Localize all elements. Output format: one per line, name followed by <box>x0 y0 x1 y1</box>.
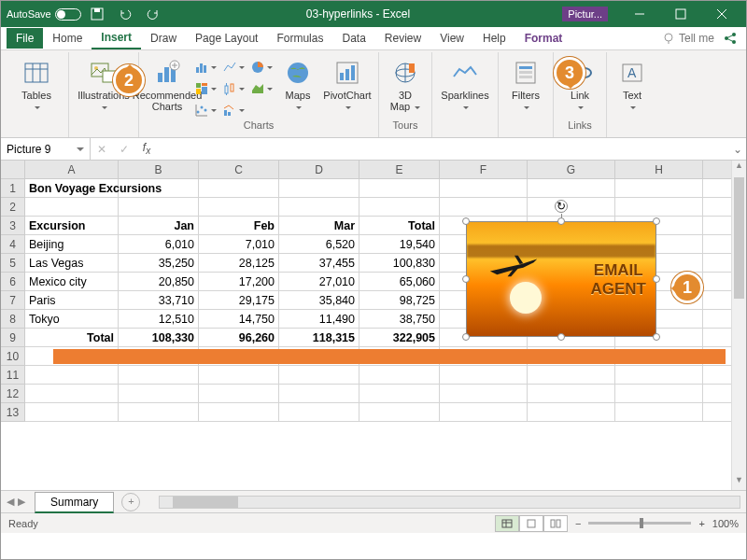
cell[interactable]: Mexico city <box>25 273 119 290</box>
cell[interactable] <box>359 366 440 384</box>
row-header[interactable]: 10 <box>1 347 24 366</box>
cell[interactable]: Las Vegas <box>25 254 119 272</box>
cell[interactable]: Total <box>359 217 440 234</box>
share-button[interactable] <box>720 32 740 45</box>
cell[interactable] <box>528 198 615 216</box>
zoom-in-button[interactable]: + <box>698 518 704 529</box>
resize-handle[interactable] <box>557 333 565 341</box>
col-header[interactable]: C <box>199 161 279 178</box>
row-header[interactable]: 11 <box>1 366 24 385</box>
pivotchart-button[interactable]: PivotChart <box>322 54 373 112</box>
row-header[interactable]: 5 <box>1 254 24 273</box>
undo-icon[interactable] <box>113 4 137 24</box>
cell[interactable] <box>615 179 703 197</box>
cell[interactable] <box>440 198 528 216</box>
row-header[interactable]: 2 <box>1 198 24 217</box>
tab-page-layout[interactable]: Page Layout <box>186 28 267 49</box>
cell[interactable] <box>615 385 703 402</box>
tables-button[interactable]: Tables <box>10 54 63 112</box>
tell-me-search[interactable]: Tell me <box>662 32 714 45</box>
rotate-handle[interactable]: ↻ <box>555 200 568 213</box>
tab-view[interactable]: View <box>430 28 473 49</box>
cell[interactable] <box>25 366 119 384</box>
cell[interactable] <box>199 366 279 384</box>
text-button[interactable]: AText <box>613 54 652 112</box>
cell[interactable]: 17,200 <box>199 273 279 290</box>
cell[interactable]: Excursion <box>25 217 119 234</box>
orange-shape[interactable] <box>53 349 726 364</box>
row-header[interactable]: 9 <box>1 329 24 347</box>
vertical-scrollbar[interactable]: ▲▼ <box>731 161 746 490</box>
cell[interactable] <box>528 366 615 384</box>
normal-view-icon[interactable] <box>495 515 519 532</box>
cell[interactable] <box>279 366 359 384</box>
cell[interactable] <box>359 179 440 197</box>
cell[interactable] <box>528 179 615 197</box>
col-header[interactable]: F <box>440 161 528 178</box>
scatter-chart-icon[interactable] <box>193 101 218 119</box>
col-header[interactable]: A <box>25 161 119 178</box>
sparklines-button[interactable]: Sparklines <box>438 54 492 112</box>
cell[interactable]: 96,260 <box>199 329 279 346</box>
cell[interactable] <box>440 366 528 384</box>
cell[interactable]: Total <box>25 329 119 346</box>
cell[interactable] <box>279 198 359 216</box>
cell[interactable]: 28,125 <box>199 254 279 272</box>
cell[interactable]: 6,010 <box>119 235 199 253</box>
cell[interactable]: Jan <box>119 217 199 234</box>
cell[interactable]: 98,725 <box>359 291 440 309</box>
sheet-nav[interactable]: ◀▶ <box>7 496 25 508</box>
new-sheet-button[interactable]: + <box>121 493 140 511</box>
cell[interactable] <box>119 179 199 197</box>
row-header[interactable]: 8 <box>1 310 24 329</box>
page-layout-view-icon[interactable] <box>519 515 543 532</box>
cell[interactable] <box>119 198 199 216</box>
cell[interactable] <box>279 385 359 402</box>
combo-chart-icon[interactable] <box>221 101 246 119</box>
maps-button[interactable]: Maps <box>277 54 318 112</box>
recommended-charts-button[interactable]: RecommendedCharts <box>145 54 190 112</box>
cell[interactable] <box>279 179 359 197</box>
resize-handle[interactable] <box>462 275 470 283</box>
cell[interactable] <box>119 403 199 421</box>
cell[interactable]: 65,060 <box>359 273 440 290</box>
save-icon[interactable] <box>85 4 109 24</box>
column-chart-icon[interactable] <box>193 58 218 77</box>
row-header[interactable]: 12 <box>1 385 24 403</box>
fx-icon[interactable]: fx <box>135 141 158 156</box>
page-break-view-icon[interactable] <box>543 515 568 532</box>
cell[interactable] <box>440 385 528 402</box>
resize-handle[interactable] <box>462 217 470 225</box>
cell[interactable]: 6,520 <box>279 235 359 253</box>
sheet-tab-summary[interactable]: Summary <box>35 492 114 513</box>
cell[interactable] <box>279 403 359 421</box>
tab-insert[interactable]: Insert <box>92 27 141 49</box>
cell[interactable]: 37,455 <box>279 254 359 272</box>
cell[interactable] <box>528 385 615 402</box>
cell[interactable]: 19,540 <box>359 235 440 253</box>
tab-help[interactable]: Help <box>473 28 515 49</box>
cell[interactable]: 118,315 <box>279 329 359 346</box>
cell[interactable]: 14,750 <box>199 310 279 328</box>
minimize-button[interactable] <box>619 1 660 27</box>
tab-draw[interactable]: Draw <box>141 28 186 49</box>
cell[interactable] <box>199 179 279 197</box>
cell[interactable]: Beijing <box>25 235 119 253</box>
resize-handle[interactable] <box>557 217 565 225</box>
line-chart-icon[interactable] <box>221 58 246 77</box>
tab-home[interactable]: Home <box>43 28 92 49</box>
zoom-out-button[interactable]: − <box>575 518 581 529</box>
cell[interactable]: 100,830 <box>359 254 440 272</box>
3d-map-button[interactable]: 3DMap <box>385 54 426 112</box>
autosave-toggle[interactable]: AutoSave <box>7 8 81 21</box>
cell[interactable]: 33,710 <box>119 291 199 309</box>
cell[interactable] <box>359 198 440 216</box>
row-header[interactable]: 6 <box>1 273 24 291</box>
tab-data[interactable]: Data <box>332 28 374 49</box>
col-header[interactable]: B <box>119 161 199 178</box>
cell[interactable] <box>615 403 703 421</box>
cell[interactable]: 7,010 <box>199 235 279 253</box>
redo-icon[interactable] <box>141 4 165 24</box>
cell[interactable]: 322,905 <box>359 329 440 346</box>
cell[interactable]: 12,510 <box>119 310 199 328</box>
